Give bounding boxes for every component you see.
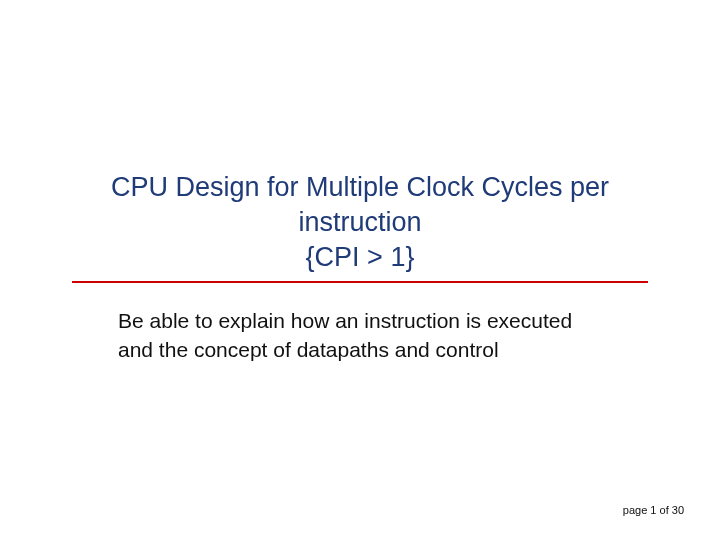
slide-title: CPU Design for Multiple Clock Cycles per… [90, 170, 630, 275]
title-line-2: instruction [90, 205, 630, 240]
title-line-3: {CPI > 1} [90, 240, 630, 275]
title-line-1: CPU Design for Multiple Clock Cycles per [90, 170, 630, 205]
slide: CPU Design for Multiple Clock Cycles per… [0, 0, 720, 540]
title-underline [72, 281, 648, 283]
slide-body-text: Be able to explain how an instruction is… [118, 307, 590, 364]
page-number: page 1 of 30 [623, 504, 684, 516]
